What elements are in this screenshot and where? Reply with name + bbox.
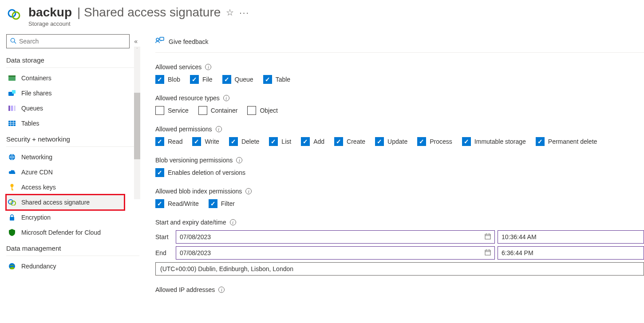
svg-rect-23 xyxy=(10,217,14,221)
sidebar-item-file-shares[interactable]: File shares xyxy=(6,86,140,101)
section-security: Security + networking xyxy=(6,131,140,145)
checkbox-write[interactable]: Write xyxy=(192,137,219,146)
checkbox-permanent-delete[interactable]: Permanent delete xyxy=(536,137,597,146)
feedback-icon xyxy=(155,37,164,46)
checkbox-container[interactable]: Container xyxy=(198,106,238,115)
svg-rect-31 xyxy=(485,250,490,255)
globe-icon xyxy=(8,262,16,270)
calendar-icon xyxy=(485,249,491,257)
svg-rect-20 xyxy=(12,189,13,190)
svg-rect-7 xyxy=(12,90,16,94)
svg-rect-5 xyxy=(8,75,16,77)
checkbox-immutable[interactable]: Immutable storage xyxy=(462,137,526,146)
sidebar-search[interactable] xyxy=(6,34,130,48)
allowed-services-label: Allowed services xyxy=(155,63,201,71)
datetime-label: Start and expiry date/time xyxy=(155,219,226,226)
timezone-select[interactable]: (UTC+00:00) Dublin, Edinburgh, Lisbon, L… xyxy=(155,262,644,276)
checkbox-create[interactable]: Create xyxy=(334,137,365,146)
scrollbar-thumb[interactable] xyxy=(134,93,140,159)
ip-label: Allowed IP addresses xyxy=(155,286,215,293)
checkbox-add[interactable]: Add xyxy=(301,137,324,146)
svg-point-22 xyxy=(11,201,16,205)
svg-rect-10 xyxy=(14,106,16,111)
storage-account-icon xyxy=(7,8,21,22)
section-data-storage: Data storage xyxy=(6,52,140,66)
checkbox-file[interactable]: File xyxy=(190,75,213,84)
start-time-input[interactable]: 10:36:44 AM xyxy=(498,230,644,244)
tables-icon xyxy=(8,119,16,127)
info-icon[interactable]: i xyxy=(216,126,222,132)
queues-icon xyxy=(8,104,16,112)
sidebar-item-networking[interactable]: Networking xyxy=(6,150,140,165)
checkbox-queue[interactable]: Queue xyxy=(222,75,253,84)
sidebar-item-defender[interactable]: Microsoft Defender for Cloud xyxy=(6,225,140,240)
permissions-label: Allowed permissions xyxy=(155,126,212,133)
resource-type-subtitle: Storage account xyxy=(28,20,637,27)
collapse-sidebar-icon[interactable]: « xyxy=(134,38,138,45)
svg-line-3 xyxy=(14,42,16,43)
checkbox-service[interactable]: Service xyxy=(155,106,189,115)
more-actions-icon[interactable]: ··· xyxy=(239,8,249,18)
feedback-link[interactable]: Give feedback xyxy=(155,31,644,53)
end-time-input[interactable]: 6:36:44 PM xyxy=(498,246,644,260)
feedback-label: Give feedback xyxy=(169,38,209,45)
info-icon[interactable]: i xyxy=(205,64,211,70)
sidebar-item-tables[interactable]: Tables xyxy=(6,116,140,131)
sidebar-item-queues[interactable]: Queues xyxy=(6,101,140,116)
info-icon[interactable]: i xyxy=(236,157,242,163)
checkbox-list[interactable]: List xyxy=(269,137,291,146)
checkbox-filter[interactable]: Filter xyxy=(209,199,235,208)
section-data-management: Data management xyxy=(6,240,140,254)
checkbox-update[interactable]: Update xyxy=(375,137,407,146)
main-content: Give feedback Allowed servicesi Blob Fil… xyxy=(140,31,644,323)
end-label: End xyxy=(155,249,173,256)
checkbox-process[interactable]: Process xyxy=(417,137,452,146)
checkbox-blob[interactable]: Blob xyxy=(155,75,180,84)
sas-icon xyxy=(8,198,16,206)
sidebar-item-shared-access-signature[interactable]: Shared access signature xyxy=(6,195,124,210)
checkbox-table[interactable]: Table xyxy=(263,75,290,84)
sidebar-item-azure-cdn[interactable]: Azure CDN xyxy=(6,165,140,180)
cdn-icon xyxy=(8,168,16,176)
checkbox-delete-versions[interactable]: Enables deletion of versions xyxy=(155,168,245,177)
svg-rect-11 xyxy=(8,121,16,126)
page-header: backup | Shared access signature ☆ ··· S… xyxy=(0,0,644,31)
info-icon[interactable]: i xyxy=(223,95,229,101)
sidebar-item-access-keys[interactable]: Access keys xyxy=(6,180,140,195)
key-icon xyxy=(8,183,16,191)
svg-point-2 xyxy=(11,38,15,42)
sidebar-item-encryption[interactable]: Encryption xyxy=(6,210,140,225)
search-input[interactable] xyxy=(19,38,126,45)
versioning-label: Blob versioning permissions xyxy=(155,157,233,164)
favorite-star-icon[interactable]: ☆ xyxy=(226,7,234,18)
containers-icon xyxy=(8,74,16,82)
shield-icon xyxy=(8,228,16,236)
start-label: Start xyxy=(155,233,173,240)
calendar-icon xyxy=(485,233,491,241)
page-title: | Shared access signature xyxy=(77,5,221,20)
checkbox-read[interactable]: Read xyxy=(155,137,182,146)
svg-rect-8 xyxy=(8,106,10,111)
info-icon[interactable]: i xyxy=(245,188,252,194)
svg-rect-27 xyxy=(485,234,490,239)
search-icon xyxy=(10,38,16,45)
blob-index-label: Allowed blob index permissions xyxy=(155,188,242,195)
checkbox-readwrite[interactable]: Read/Write xyxy=(155,199,199,208)
sidebar-item-containers[interactable]: Containers xyxy=(6,71,140,86)
svg-rect-9 xyxy=(11,106,13,111)
sidebar-item-redundancy[interactable]: Redundancy xyxy=(6,259,140,274)
svg-rect-26 xyxy=(160,37,164,40)
end-date-input[interactable]: 07/08/2023 xyxy=(176,246,495,260)
info-icon[interactable]: i xyxy=(218,287,225,293)
resource-name: backup xyxy=(28,5,72,20)
svg-point-25 xyxy=(156,38,159,41)
file-shares-icon xyxy=(8,89,16,97)
start-date-input[interactable]: 07/08/2023 xyxy=(176,230,495,244)
sidebar: « ▲ Data storage Containers File shares … xyxy=(0,31,140,323)
networking-icon xyxy=(8,153,16,161)
svg-point-21 xyxy=(8,200,13,204)
checkbox-object[interactable]: Object xyxy=(247,106,277,115)
checkbox-delete[interactable]: Delete xyxy=(229,137,259,146)
info-icon[interactable]: i xyxy=(230,219,236,225)
lock-icon xyxy=(8,213,16,221)
